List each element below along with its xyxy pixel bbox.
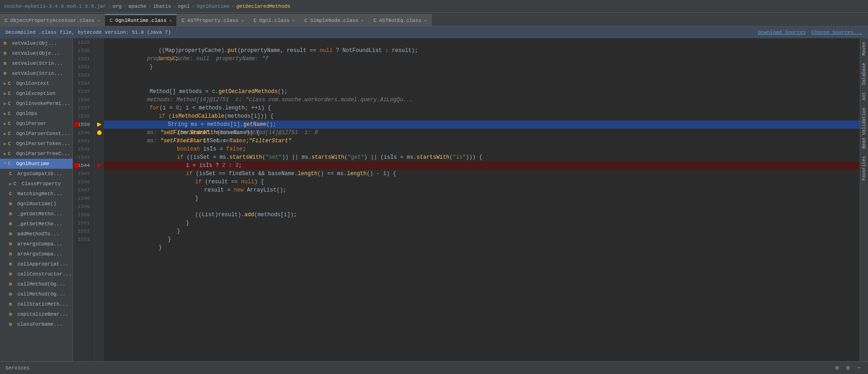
editor-area: 1529 1530 1531 1532 1533 1534 1535 1536 … [73, 38, 860, 361]
breakpoint-dot-1544 [74, 163, 79, 168]
sidebar-item-areargs1[interactable]: m areArgsCompa... [0, 239, 72, 249]
code-line-1532 [104, 63, 860, 71]
sidebar-label: setValue(Obj... [12, 41, 57, 46]
sidebar-label: setValue(Obje... [12, 51, 60, 56]
close-ognl[interactable]: ✕ [292, 18, 295, 23]
sidebar-label: callMethod(Og... [17, 291, 66, 297]
tab-ognl[interactable]: C Ognl.class ✕ [249, 14, 300, 26]
gutter-marker-1540 [97, 130, 102, 135]
sep2: › [124, 4, 127, 9]
code-line-1552: } [104, 227, 860, 235]
right-tab-maven[interactable]: Maven [861, 38, 868, 59]
sidebar-item-ognlcontext[interactable]: ▶ C OgnlContext [0, 78, 72, 88]
right-tab-database[interactable]: Database [861, 59, 868, 88]
breadcrumb-ognl[interactable]: ognl [178, 4, 190, 9]
sidebar-item-argscompat[interactable]: C ArgsCompatib... [0, 169, 72, 179]
right-tab-ant[interactable]: Ant [861, 88, 868, 104]
sidebar-item-callctor[interactable]: m callConstructor... [0, 269, 72, 279]
gutter-1529 [95, 38, 104, 47]
right-tab-favorites[interactable]: Favorites [861, 152, 868, 184]
breadcrumb-apache[interactable]: apache [128, 4, 146, 9]
method-icon: m [9, 282, 16, 287]
sep3: › [148, 4, 151, 9]
right-tab-bean[interactable]: Bean Validation [861, 104, 868, 152]
tab-ognl-runtime[interactable]: C OgnlRuntime.class ✕ [105, 14, 177, 26]
sidebar-item-callmethod1[interactable]: m callMethod(Og... [0, 279, 72, 289]
sidebar-item-capitalize[interactable]: m capitalizeBear... [0, 309, 72, 319]
sidebar-item-setvalue3[interactable]: m setValue(Strin... [0, 58, 72, 68]
close-astnot[interactable]: ✕ [424, 18, 427, 23]
method-icon: m [9, 252, 16, 257]
gear-icon[interactable]: ⚙ [844, 364, 852, 372]
tab-icon-astnot: C [373, 18, 377, 23]
sidebar-item-setvalue1[interactable]: m setValue(Obj... [0, 38, 72, 48]
breadcrumb-ibatis[interactable]: ibatis [153, 4, 171, 9]
sidebar-item-ognlops[interactable]: ▶ C OgnlOps [0, 109, 72, 119]
method-icon: m [9, 222, 16, 227]
expand-arrow: ▶ [4, 141, 6, 146]
expand-arrow: ▶ [4, 91, 6, 96]
breadcrumb-method[interactable]: getDeclaredMethods [236, 4, 290, 9]
main-layout: m setValue(Obj... m setValue(Obje... m s… [0, 38, 868, 361]
error-arrow [97, 163, 102, 168]
line-num-1552: 1552 [73, 227, 92, 235]
sidebar-item-ognlinvoke[interactable]: ▶ C OgnlInvokePermi... [0, 99, 72, 109]
breadcrumb-ognlruntime[interactable]: OgnlRuntime [196, 4, 230, 9]
sidebar-item-classprop[interactable]: ▶ C ClassProperty [0, 179, 72, 189]
tab-ast-prop[interactable]: C ASTProperty.class ✕ [177, 14, 249, 26]
sidebar-item-ognlparserconst[interactable]: ▶ C OgnlParserConst... [0, 129, 72, 139]
sidebar-item-addmethodto[interactable]: m addMethodTo... [0, 229, 72, 239]
sidebar-item-callstatic[interactable]: m callStaticMeth... [0, 299, 72, 309]
close-runtime[interactable]: ✕ [169, 18, 172, 23]
method-icon: m [9, 242, 16, 247]
inner-class-icon: C [9, 192, 16, 197]
sidebar-item-ognlparsertreec[interactable]: ▶ C OgnlParserTreeC... [0, 149, 72, 159]
sidebar-item-areargs2[interactable]: m areArgsCompa... [0, 249, 72, 259]
sidebar-label: setValue(Strin... [12, 71, 63, 76]
download-sources-link[interactable]: Download Sources [758, 30, 806, 35]
gutter-1539 [95, 120, 104, 129]
tab-label-ognl: Ognl.class [259, 18, 289, 23]
line-num-1547: 1547 [73, 186, 92, 194]
gutter-1541 [95, 137, 104, 145]
close-obj[interactable]: ✕ [97, 18, 100, 23]
sidebar-item-matchingmeth[interactable]: C MatchingMeth... [0, 189, 72, 199]
sidebar-item-setvalue4[interactable]: m setValue(Strin... [0, 68, 72, 78]
close-simple[interactable]: ✕ [361, 18, 364, 23]
sidebar-item-getget[interactable]: m _getGetMetho... [0, 209, 72, 219]
info-bar: Decompiled .class file, bytecode version… [0, 26, 868, 38]
breadcrumb-jar[interactable]: souche-mybatis-3.4.0.mod.1.5.5.jar [4, 4, 106, 9]
sidebar-label: callStaticMeth... [17, 301, 68, 307]
choose-sources-link[interactable]: Choose Sources... [811, 30, 863, 35]
settings-icon[interactable]: ⚙ [833, 364, 841, 372]
sidebar-label: ClassProperty [21, 181, 61, 187]
sidebar-item-ognlruntime[interactable]: ▼ C OgnlRuntime [0, 159, 72, 169]
code-container[interactable]: 1529 1530 1531 1532 1533 1534 1535 1536 … [73, 38, 860, 361]
sidebar-item-classforname[interactable]: m classForName... [0, 319, 72, 329]
sidebar-item-getset[interactable]: m _getSetMetho... [0, 219, 72, 229]
sidebar-item-callmethod2[interactable]: m callMethod(Og... [0, 289, 72, 299]
sidebar-item-setvalue2[interactable]: m setValue(Obje... [0, 48, 72, 58]
sidebar-item-ognlparser[interactable]: ▶ C OgnlParser [0, 119, 72, 129]
method-icon: m [9, 262, 16, 267]
close-ast[interactable]: ✕ [241, 18, 244, 23]
breadcrumb-org[interactable]: org [113, 4, 122, 9]
sidebar-item-ognlparsertoken[interactable]: ▶ C OgnlParserToken... [0, 139, 72, 149]
method-icon: m [9, 322, 16, 327]
minimize-icon[interactable]: — [855, 364, 863, 372]
sidebar-item-ognlruntime-ctor[interactable]: m OgnlRuntime() [0, 199, 72, 209]
gutter-1549 [95, 203, 104, 211]
tab-obj-prop[interactable]: C ObjectPropertyAccessor.class ✕ [0, 14, 105, 26]
gutter-1534 [95, 79, 104, 88]
method-icon: m [9, 302, 16, 307]
tab-ast-not-eq[interactable]: C ASTNotEq.class ✕ [369, 14, 432, 26]
code-content[interactable]: ((Map)propertyCache).put(propertyName, r… [104, 38, 860, 361]
class-icon: C [8, 111, 14, 116]
tab-simple-node[interactable]: C SimpleNode.class ✕ [300, 14, 369, 26]
line-num-1544: 1544 [73, 161, 92, 170]
sidebar-label: OgnlParserToken... [16, 141, 70, 146]
method-icon: m [4, 51, 10, 56]
class-icon: C [8, 81, 14, 86]
sidebar-item-callapp[interactable]: m callAppropriat... [0, 259, 72, 269]
sidebar-item-ognlexception[interactable]: ▶ C OgnlException [0, 88, 72, 99]
